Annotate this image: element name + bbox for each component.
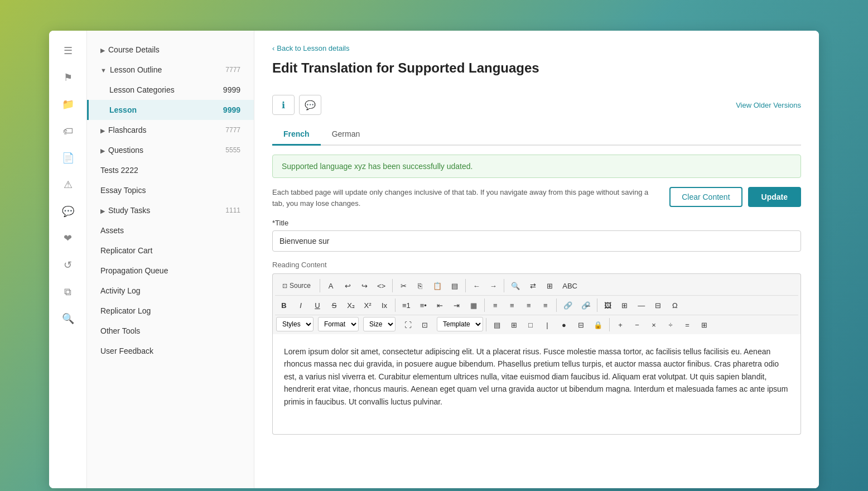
sidebar-sub-item-lesson-categories[interactable]: Lesson Categories 9999 — [87, 80, 254, 100]
sidebar-item-replicator-log[interactable]: Replicator Log — [87, 301, 254, 321]
redo-button[interactable]: ↪ — [356, 278, 372, 293]
subscript-button[interactable]: X₂ — [343, 297, 359, 313]
sidebar-item-questions[interactable]: ▶Questions 5555 — [87, 140, 254, 160]
info-button[interactable]: ℹ — [272, 95, 295, 115]
ordered-list-button[interactable]: ≡1 — [398, 297, 414, 313]
template-select[interactable]: Template — [437, 317, 483, 331]
icon-bar-item-flag[interactable]: ⚑ — [57, 66, 79, 89]
align-left-button[interactable]: ≡ — [488, 297, 503, 313]
align-justify-button[interactable]: ≡ — [538, 297, 553, 313]
undo-button[interactable]: ↩ — [340, 278, 355, 293]
sidebar-item-propagation-queue[interactable]: Propagation Queue — [87, 261, 254, 281]
sidebar-item-lesson-outline[interactable]: ▼Lesson Outline 7777 — [87, 60, 254, 80]
contract-button[interactable]: ⊡ — [417, 317, 432, 333]
underline-button[interactable]: U — [310, 297, 325, 313]
bold-font-button[interactable]: A — [323, 278, 339, 293]
title-input[interactable] — [272, 230, 801, 252]
code-button[interactable]: <> — [373, 278, 389, 293]
table-border-button[interactable]: □ — [523, 317, 538, 333]
unordered-list-button[interactable]: ≡• — [416, 297, 431, 313]
dark-circle-button[interactable]: ● — [556, 317, 572, 333]
cursor-button[interactable]: | — [539, 317, 555, 333]
sidebar-item-user-feedback[interactable]: User Feedback — [87, 341, 254, 361]
page-break-button[interactable]: ⊟ — [650, 297, 666, 313]
toolbar-row-3: Styles Format Size ⛶ ⊡ Template ▤ — [275, 315, 798, 334]
paste-text-button[interactable]: ▤ — [447, 278, 462, 293]
back-button[interactable]: ← — [469, 278, 484, 293]
sidebar-item-course-details[interactable]: ▶Course Details — [87, 40, 254, 60]
spellcheck-button[interactable]: ABC — [558, 278, 581, 293]
icon-bar-item-doc[interactable]: 📄 — [57, 147, 79, 169]
icon-bar-item-alert[interactable]: ⚠ — [57, 174, 79, 196]
size-select[interactable]: Size — [363, 317, 396, 331]
icon-bar-item-chat[interactable]: 💬 — [57, 200, 79, 223]
icon-bar-item-list[interactable]: ☰ — [57, 40, 79, 62]
sidebar-item-assets[interactable]: Assets — [87, 220, 254, 240]
table-props-button[interactable]: ⊞ — [506, 317, 522, 333]
indent-button[interactable]: ⇥ — [449, 297, 465, 313]
replace-button[interactable]: ⇄ — [525, 278, 541, 293]
select-all-button[interactable]: ⊞ — [542, 278, 557, 293]
minus-button[interactable]: − — [629, 317, 645, 333]
cut-button[interactable]: ✂ — [396, 278, 411, 293]
italic-button[interactable]: I — [293, 297, 308, 313]
table-extra-button[interactable]: ⊞ — [696, 317, 712, 333]
icon-bar: ☰ ⚑ 📁 🏷 📄 ⚠ 💬 ❤ ↺ ⧉ 🔍 — [49, 31, 87, 488]
sidebar-item-flashcards[interactable]: ▶Flashcards 7777 — [87, 120, 254, 140]
image-button[interactable]: 🖼 — [600, 297, 616, 313]
tab-french[interactable]: French — [272, 124, 321, 146]
update-button[interactable]: Update — [748, 187, 801, 207]
source-icon: ⊡ — [282, 282, 287, 290]
back-link[interactable]: ‹ Back to Lesson details — [272, 44, 801, 52]
sidebar-sub-item-lesson[interactable]: Lesson 9999 — [87, 100, 254, 120]
view-older-versions-link[interactable]: View Older Versions — [736, 101, 801, 109]
expand-button[interactable]: ⛶ — [400, 317, 416, 333]
add-button[interactable]: + — [613, 317, 628, 333]
icon-bar-item-history[interactable]: ↺ — [57, 254, 79, 276]
sidebar-item-activity-log[interactable]: Activity Log — [87, 281, 254, 301]
align-center-button[interactable]: ≡ — [504, 297, 520, 313]
lock-button[interactable]: 🔒 — [590, 317, 606, 333]
sidebar-item-essay-topics[interactable]: Essay Topics — [87, 180, 254, 200]
sidebar-item-tests[interactable]: Tests 2222 — [87, 160, 254, 180]
table-row-props-button[interactable]: ▤ — [489, 317, 505, 333]
strikethrough-button[interactable]: S — [326, 297, 342, 313]
special-char-button[interactable]: Ω — [667, 297, 683, 313]
hr-button[interactable]: — — [634, 297, 649, 313]
paste-button[interactable]: 📋 — [429, 278, 446, 293]
source-button[interactable]: ⊡ Source — [276, 278, 317, 293]
multiply-button[interactable]: × — [646, 317, 662, 333]
sidebar-item-study-tasks[interactable]: ▶Study Tasks 1111 — [87, 200, 254, 220]
separator-5 — [395, 299, 396, 312]
format-select[interactable]: Format — [318, 317, 359, 331]
tab-german[interactable]: German — [321, 124, 372, 146]
split-button[interactable]: ⊟ — [573, 317, 589, 333]
sidebar-item-other-tools[interactable]: Other Tools — [87, 321, 254, 341]
icon-bar-item-search[interactable]: 🔍 — [57, 307, 79, 330]
icon-bar-item-heart[interactable]: ❤ — [57, 227, 79, 249]
reading-content-label: Reading Content — [272, 261, 801, 269]
block-button[interactable]: ▦ — [466, 297, 481, 313]
clear-content-button[interactable]: Clear Content — [669, 187, 742, 207]
editor-body[interactable]: Lorem ipsum dolor sit amet, consectetur … — [272, 334, 801, 435]
divide-button[interactable]: ÷ — [663, 317, 678, 333]
styles-select[interactable]: Styles — [276, 317, 314, 331]
unlink-button[interactable]: 🔗̶ — [577, 297, 594, 313]
equals-button[interactable]: = — [679, 317, 695, 333]
remove-format-button[interactable]: Ix — [377, 297, 392, 313]
find-button[interactable]: 🔍 — [507, 278, 524, 293]
table-button[interactable]: ⊞ — [617, 297, 633, 313]
outdent-button[interactable]: ⇤ — [432, 297, 448, 313]
forward-button[interactable]: → — [485, 278, 501, 293]
align-right-button[interactable]: ≡ — [521, 297, 537, 313]
bold-button[interactable]: B — [276, 297, 292, 313]
link-button[interactable]: 🔗 — [560, 297, 576, 313]
superscript-button[interactable]: X² — [360, 297, 375, 313]
icon-bar-item-folder[interactable]: 📁 — [57, 93, 79, 115]
icon-bar-item-tag[interactable]: 🏷 — [57, 120, 79, 142]
icon-bar-item-copy[interactable]: ⧉ — [57, 281, 79, 303]
sidebar-item-replicator-cart[interactable]: Replicator Cart — [87, 240, 254, 261]
header-row: Edit Translation for Supported Languages — [272, 60, 801, 86]
comment-button[interactable]: 💬 — [299, 95, 321, 115]
copy-button[interactable]: ⎘ — [412, 278, 428, 293]
